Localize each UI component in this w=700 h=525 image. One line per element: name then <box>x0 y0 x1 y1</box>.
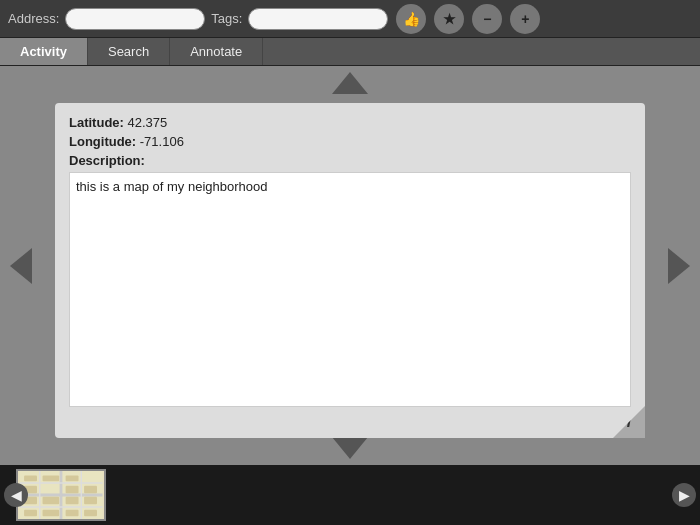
top-bar: Address: Tags: 👍 ★ − + <box>0 0 700 38</box>
latitude-label: Latitude: <box>69 115 124 130</box>
svg-rect-14 <box>66 497 79 504</box>
tags-input[interactable] <box>248 8 388 30</box>
svg-rect-17 <box>24 510 37 516</box>
longitude-field: Longitude: -71.106 <box>69 134 631 149</box>
next-button[interactable]: ▶ <box>672 483 696 507</box>
description-label: Description: <box>69 153 631 168</box>
star-icon: ★ <box>443 11 456 27</box>
plus-icon: + <box>521 11 529 27</box>
address-label: Address: <box>8 11 59 26</box>
svg-rect-13 <box>43 497 60 504</box>
svg-rect-19 <box>66 510 79 516</box>
scroll-up-arrow[interactable] <box>332 72 368 94</box>
latitude-value: 42.375 <box>128 115 168 130</box>
longitude-value: -71.106 <box>140 134 184 149</box>
svg-rect-8 <box>43 476 60 482</box>
svg-rect-7 <box>24 476 37 482</box>
thumbnail-map-svg <box>18 471 104 519</box>
scroll-down-arrow[interactable] <box>332 437 368 459</box>
bottom-strip: ◀ ▶ <box>0 465 700 525</box>
longitude-label: Longitude: <box>69 134 136 149</box>
latitude-field: Latitude: 42.375 <box>69 115 631 130</box>
scroll-left-arrow[interactable] <box>10 248 32 284</box>
tags-label: Tags: <box>211 11 242 26</box>
plus-button[interactable]: + <box>510 4 540 34</box>
svg-rect-20 <box>84 510 97 516</box>
info-icon[interactable]: i <box>613 406 645 438</box>
description-textarea[interactable] <box>69 172 631 407</box>
main-area: Latitude: 42.375 Longitude: -71.106 Desc… <box>0 66 700 465</box>
map-thumbnail[interactable] <box>16 469 106 521</box>
tab-annotate[interactable]: Annotate <box>170 38 263 65</box>
tab-activity[interactable]: Activity <box>0 38 88 65</box>
fingerprint-icon: 👍 <box>403 11 420 27</box>
tab-search[interactable]: Search <box>88 38 170 65</box>
fingerprint-button[interactable]: 👍 <box>396 4 426 34</box>
svg-rect-11 <box>66 486 79 493</box>
star-button[interactable]: ★ <box>434 4 464 34</box>
tab-bar: Activity Search Annotate <box>0 38 700 66</box>
minus-button[interactable]: − <box>472 4 502 34</box>
svg-rect-15 <box>84 486 97 493</box>
prev-button[interactable]: ◀ <box>4 483 28 507</box>
svg-rect-16 <box>84 497 97 504</box>
svg-rect-18 <box>43 510 60 516</box>
scroll-right-arrow[interactable] <box>668 248 690 284</box>
svg-rect-9 <box>66 476 79 482</box>
content-card: Latitude: 42.375 Longitude: -71.106 Desc… <box>55 103 645 438</box>
minus-icon: − <box>483 11 491 27</box>
address-input[interactable] <box>65 8 205 30</box>
